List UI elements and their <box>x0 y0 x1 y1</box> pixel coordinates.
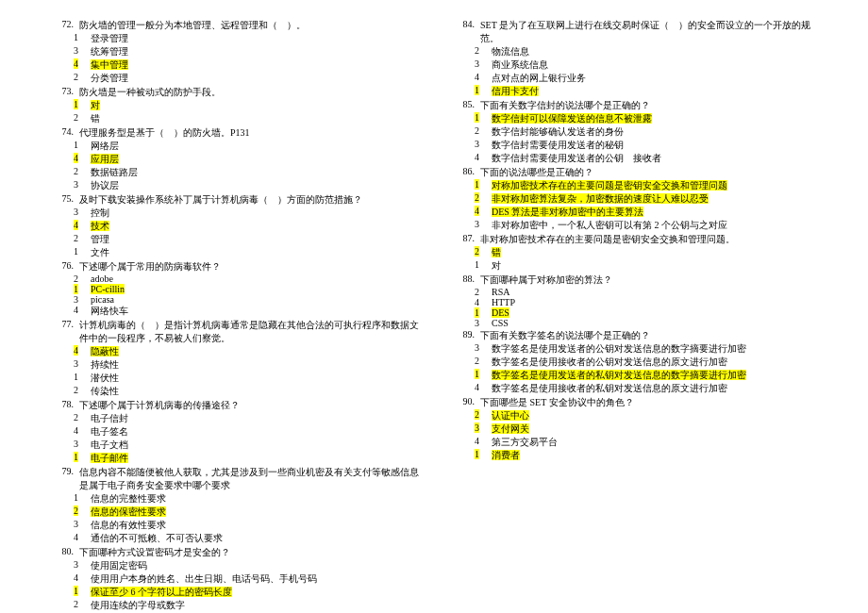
option: 2adobe <box>47 273 420 284</box>
option: 1消费者 <box>448 449 821 462</box>
option-text: 管理 <box>91 233 420 246</box>
option-text: 对称加密技术存在的主要问题是密钥安全交换和管理问题 <box>492 179 821 192</box>
option-text: 消费者 <box>492 449 821 462</box>
option-text: adobe <box>91 273 420 284</box>
option-text: 数字信封需要使用发送者的秘钥 <box>492 139 821 152</box>
option-text: 隐蔽性 <box>91 345 420 358</box>
option-text: 分类管理 <box>91 72 420 85</box>
question-stem: 86.下面的说法哪些是正确的？ <box>448 166 821 179</box>
option: 3持续性 <box>47 358 420 372</box>
option-number: 1 <box>475 307 492 318</box>
option: 1电子邮件 <box>47 452 420 465</box>
option-text: 协议层 <box>91 179 420 192</box>
question-number: 78. <box>47 399 79 412</box>
option-number: 3 <box>74 207 91 220</box>
option: 4网络快车 <box>47 305 420 318</box>
question-number: 88. <box>448 273 480 287</box>
option-text: 信息的完整性要求 <box>91 492 420 505</box>
question-stem: 88.下面哪种属于对称加密的算法？ <box>448 273 821 287</box>
option-number: 2 <box>74 505 91 519</box>
question-text: 计算机病毒的（ ）是指计算机病毒通常是隐藏在其他合法的可执行程序和数据文件中的一… <box>79 319 420 345</box>
option-text: 第三方交易平台 <box>492 436 821 449</box>
option: 2电子信封 <box>47 412 420 425</box>
option-number: 1 <box>74 140 91 153</box>
option-number: 3 <box>475 342 492 356</box>
question-number: 75. <box>47 193 79 207</box>
option-text: 数字签名是使用接收者的公钥对发送信息的原文进行加密 <box>492 356 821 369</box>
option-text: 数字签名是使用发送者的私钥对发送信息的数字摘要进行加密 <box>492 369 821 382</box>
question: 75.及时下载安装操作系统补丁属于计算机病毒（ ）方面的防范措施？3控制4技术2… <box>47 193 420 259</box>
option-text: DES 算法是非对称加密中的主要算法 <box>492 206 821 219</box>
option: 4使用用户本身的姓名、出生日期、电话号码、手机号码 <box>47 572 420 586</box>
option-text: 集中管理 <box>91 58 420 72</box>
option-number: 4 <box>74 153 91 166</box>
option: 3CSS <box>448 318 821 328</box>
option-text: 数字信封能够确认发送者的身份 <box>492 125 821 139</box>
question-number: 77. <box>47 319 79 345</box>
question-text: 下面有关数字信封的说法哪个是正确的？ <box>480 99 821 112</box>
question-stem: 90.下面哪些是 SET 安全协议中的角色？ <box>448 396 821 409</box>
option-number: 1 <box>74 372 91 385</box>
option: 2数据链路层 <box>47 166 420 179</box>
question: 85.下面有关数字信封的说法哪个是正确的？1数字信封可以保障发送的信息不被泄露2… <box>448 99 821 165</box>
option-text: 点对点的网上银行业务 <box>492 72 821 85</box>
option-text: 电子签名 <box>91 425 420 439</box>
option: 3数字签名是使用发送者的公钥对发送信息的数字摘要进行加密 <box>448 342 821 356</box>
option-number: 4 <box>74 572 91 586</box>
question-stem: 79.信息内容不能随便被他人获取，尤其是涉及到一些商业机密及有关支付等敏感信息是… <box>47 466 420 492</box>
option-number: 3 <box>475 58 492 72</box>
question-text: 信息内容不能随便被他人获取，尤其是涉及到一些商业机密及有关支付等敏感信息是属于电… <box>79 466 420 492</box>
option-number: 1 <box>74 32 91 45</box>
option-number: 2 <box>475 125 492 139</box>
option: 2数字签名是使用接收者的公钥对发送信息的原文进行加密 <box>448 356 821 369</box>
question-number: 73. <box>47 86 79 99</box>
option-text: 文件 <box>91 246 420 259</box>
question-number: 89. <box>448 329 480 342</box>
option: 3信息的有效性要求 <box>47 519 420 532</box>
question-stem: 75.及时下载安装操作系统补丁属于计算机病毒（ ）方面的防范措施？ <box>47 193 420 207</box>
question: 84.SET 是为了在互联网上进行在线交易时保证（ ）的安全而设立的一个开放的规… <box>448 19 821 98</box>
question-number: 86. <box>448 166 480 179</box>
option: 2物流信息 <box>448 45 821 58</box>
option-number: 1 <box>475 259 492 273</box>
option-text: 网络快车 <box>91 305 420 318</box>
option-number: 1 <box>74 99 91 112</box>
option: 3协议层 <box>47 179 420 192</box>
option-number: 2 <box>74 273 91 284</box>
option: 4通信的不可抵赖、不可否认要求 <box>47 532 420 545</box>
option-number: 2 <box>74 166 91 179</box>
option-text: 潜伏性 <box>91 372 420 385</box>
question-number: 87. <box>448 233 480 246</box>
option-number: 3 <box>475 219 492 232</box>
option: 1对 <box>448 259 821 273</box>
question-text: 防火墙是一种被动式的防护手段。 <box>79 86 420 99</box>
question-stem: 85.下面有关数字信封的说法哪个是正确的？ <box>448 99 821 112</box>
option-text: 使用连续的字母或数字 <box>91 599 420 612</box>
option-text: 数字签名是使用发送者的公钥对发送信息的数字摘要进行加密 <box>492 342 821 356</box>
question-stem: 76.下述哪个属于常用的防病毒软件？ <box>47 260 420 273</box>
option-number: 4 <box>74 305 91 318</box>
option-text: 技术 <box>91 220 420 233</box>
option-text: 使用用户本身的姓名、出生日期、电话号码、手机号码 <box>91 572 420 586</box>
option-text: 电子邮件 <box>91 452 420 465</box>
option: 1数字签名是使用发送者的私钥对发送信息的数字摘要进行加密 <box>448 369 821 382</box>
option-number: 3 <box>74 519 91 532</box>
option: 4应用层 <box>47 153 420 166</box>
option: 1文件 <box>47 246 420 259</box>
option-number: 1 <box>74 492 91 505</box>
option-number: 4 <box>74 220 91 233</box>
question: 87.非对称加密技术存在的主要问题是密钥安全交换和管理问题。2错1对 <box>448 233 821 273</box>
question: 76.下述哪个属于常用的防病毒软件？2adobe1PC-cillin3picas… <box>47 260 420 318</box>
option-text: 电子信封 <box>91 412 420 425</box>
question: 90.下面哪些是 SET 安全协议中的角色？2认证中心3支付网关4第三方交易平台… <box>448 396 821 462</box>
option-number: 1 <box>475 112 492 125</box>
option: 1信息的完整性要求 <box>47 492 420 505</box>
option-text: 数字签名是使用接收者的私钥对发送信息的原文进行加密 <box>492 382 821 395</box>
question-number: 85. <box>448 99 480 112</box>
option-number: 4 <box>475 72 492 85</box>
option-text: DES <box>492 307 821 318</box>
option: 3非对称加密中，一个私人密钥可以有第 2 个公钥与之对应 <box>448 219 821 232</box>
question: 89.下面有关数字签名的说法哪个是正确的？3数字签名是使用发送者的公钥对发送信息… <box>448 329 821 395</box>
option-number: 3 <box>74 358 91 372</box>
option-number: 2 <box>74 112 91 125</box>
